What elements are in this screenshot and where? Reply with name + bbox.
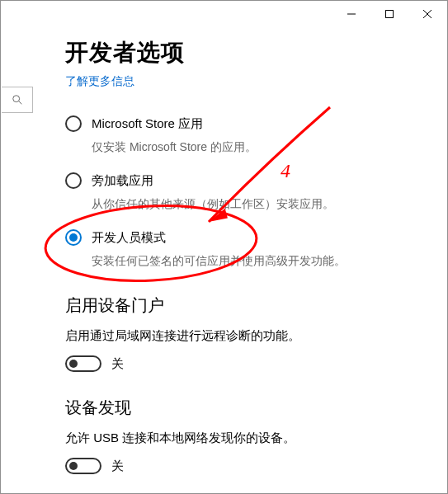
radio-label: Microsoft Store 应用 [92, 116, 203, 132]
svg-point-4 [12, 96, 19, 102]
content-area: 开发者选项 了解更多信息 Microsoft Store 应用 仅安装 Micr… [65, 37, 439, 492]
page-title: 开发者选项 [65, 37, 439, 68]
titlebar [332, 2, 446, 26]
svg-line-5 [18, 101, 21, 105]
radio-option-store[interactable]: Microsoft Store 应用 [65, 115, 439, 132]
radio-label: 旁加载应用 [92, 173, 153, 189]
toggle-row-device-discovery: 关 [65, 458, 439, 474]
radio-desc: 从你信任的其他来源（例如工作区）安装应用。 [92, 195, 439, 213]
section-title-device-discovery: 设备发现 [65, 397, 439, 419]
radio-label: 开发人员模式 [92, 230, 166, 246]
section-desc: 允许 USB 连接和本地网络发现你的设备。 [65, 430, 439, 446]
maximize-button[interactable] [370, 2, 408, 26]
toggle-label: 关 [111, 356, 124, 372]
toggle-label: 关 [111, 459, 124, 474]
section-desc: 启用通过局域网连接进行远程诊断的功能。 [65, 328, 439, 344]
radio-option-developer[interactable]: 开发人员模式 [65, 229, 439, 246]
svg-rect-1 [386, 11, 394, 18]
radio-option-sideload[interactable]: 旁加载应用 [65, 172, 439, 189]
radio-icon [65, 172, 82, 189]
section-title-device-portal: 启用设备门户 [65, 294, 439, 317]
radio-icon [65, 115, 82, 132]
radio-desc: 安装任何已签名的可信应用并使用高级开发功能。 [92, 252, 439, 270]
radio-icon-selected [65, 229, 82, 246]
toggle-device-discovery[interactable] [65, 458, 101, 474]
learn-more-link[interactable]: 了解更多信息 [65, 74, 134, 89]
close-button[interactable] [408, 2, 446, 26]
search-box-fragment[interactable] [2, 87, 33, 113]
toggle-device-portal[interactable] [65, 355, 101, 372]
radio-desc: 仅安装 Microsoft Store 的应用。 [92, 139, 439, 156]
window-frame: 开发者选项 了解更多信息 Microsoft Store 应用 仅安装 Micr… [0, 0, 448, 494]
search-icon [12, 94, 23, 106]
minimize-button[interactable] [332, 2, 370, 26]
toggle-row-device-portal: 关 [65, 355, 439, 372]
